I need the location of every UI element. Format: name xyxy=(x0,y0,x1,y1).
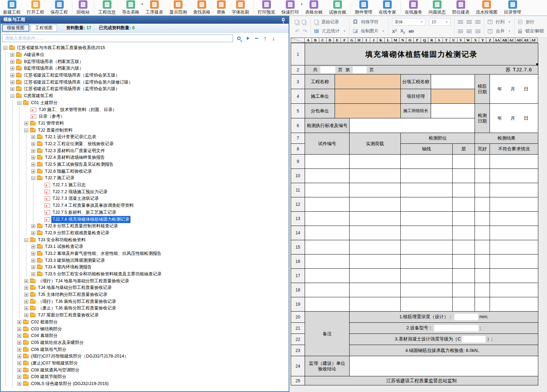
rebar-date-field[interactable]: 年 月 日 xyxy=(490,75,538,104)
intact-cell[interactable] xyxy=(475,169,490,183)
tree-item-label[interactable]: TJ3.1 试验检查记录 xyxy=(44,243,84,250)
intact-cell[interactable] xyxy=(475,183,490,197)
row-header[interactable]: 14 xyxy=(291,226,305,240)
tree-expander-icon[interactable] xyxy=(10,94,14,98)
tree-item[interactable]: TJ2.7.1 施工日志 xyxy=(1,182,289,189)
paste-icon[interactable] xyxy=(302,20,305,24)
tree-item-label[interactable]: TJ2.5 施工试验报告及见证检测报告 xyxy=(44,161,115,168)
row-header[interactable]: 6 xyxy=(291,118,305,133)
tree-item[interactable]: TJ3.5 分部工程安全和功能检验资料核查及主要功能抽查记录 xyxy=(1,271,289,278)
superscript-button[interactable]: X2 xyxy=(392,29,397,34)
column-header[interactable]: F xyxy=(341,38,348,43)
row-header[interactable]: 8 xyxy=(291,144,305,155)
tree-item-label[interactable]: TJ3.5 分部工程安全和功能检验资料核查及主要功能抽查记录 xyxy=(44,271,163,277)
column-header[interactable]: T xyxy=(443,38,450,43)
tree-item-label[interactable]: （现行）TJ6 装饰分部工程质量验收记录 xyxy=(37,298,117,305)
row-header[interactable]: 5 xyxy=(291,104,305,118)
align-center-icon[interactable] xyxy=(467,30,472,33)
tree-expander-icon[interactable] xyxy=(10,53,14,57)
tree-item[interactable]: 目录（参考） xyxy=(1,113,289,120)
toolbar-button[interactable]: 保存工程 xyxy=(47,0,71,16)
column-header[interactable]: X xyxy=(472,38,479,43)
tree-item[interactable]: TJ2.7 施工记录 xyxy=(1,175,289,182)
row-header[interactable]: 19 xyxy=(291,297,305,312)
tree-expander-icon[interactable] xyxy=(17,101,21,105)
nonconform-cell[interactable] xyxy=(490,226,538,240)
tree-item-label[interactable]: TJ3.2 幕墙及外窗气密性能、水密性能、抗风压性能检测报告 xyxy=(44,250,163,257)
axis-cell[interactable] xyxy=(401,183,453,197)
intact-cell[interactable] xyxy=(475,197,490,212)
column-header[interactable]: I xyxy=(363,38,370,43)
row-header[interactable]: 2 xyxy=(291,65,305,75)
depth-field[interactable] xyxy=(454,314,478,320)
toolbar-button[interactable]: 目录管理 xyxy=(501,0,524,16)
toolbar-button[interactable]: 显示范例 xyxy=(166,0,190,16)
prev-result-icon[interactable]: ↑ xyxy=(264,35,267,41)
specimen-cell[interactable] xyxy=(305,269,350,283)
column-header[interactable]: C xyxy=(319,38,327,43)
intact-cell[interactable] xyxy=(475,283,490,297)
tree-item[interactable]: TJ7 屋面分部工程质量验收记录 xyxy=(1,312,289,319)
floor-cell[interactable] xyxy=(453,212,475,226)
tree-item-label[interactable]: C01 土建部分 xyxy=(30,100,58,106)
tree-expander-icon[interactable] xyxy=(38,204,42,207)
tree-item[interactable]: TJ2 质量控制资料 xyxy=(1,127,289,134)
column-header[interactable]: AA xyxy=(494,38,501,43)
row-header[interactable]: 10 xyxy=(291,169,305,183)
toolbar-button[interactable]: 查找表格 xyxy=(190,0,214,16)
summary-stats-button[interactable]: 汇总统计▼ xyxy=(314,27,346,36)
nonconform-cell[interactable] xyxy=(490,269,538,283)
font-name-select[interactable]: 宋体▼ xyxy=(392,18,425,26)
tree-item[interactable]: C09LS 绿色建筑部分 (DGJ32/J19-2015) xyxy=(1,381,289,387)
toolbar-button[interactable]: 字体批刷 xyxy=(229,0,252,16)
tree-item[interactable]: TJ2.1 设计变更记录汇总表 xyxy=(1,134,289,141)
tree-item-label[interactable]: TJ1 管理资料 xyxy=(37,120,65,127)
tree-item-label[interactable]: TJ2.7.6 填充墙砌体植筋锚固力检测记录 xyxy=(52,216,130,223)
column-header[interactable]: J xyxy=(370,38,377,43)
floor-cell[interactable] xyxy=(453,169,475,183)
floor-cell[interactable] xyxy=(453,269,475,283)
row-header[interactable]: 7 xyxy=(291,133,305,144)
tree-item-label[interactable]: C09LS 绿色建筑部分 (DGJ32/J19-2015) xyxy=(30,381,110,387)
nonconform-cell[interactable] xyxy=(490,155,538,169)
subcontractor-field[interactable] xyxy=(335,104,401,118)
tree-item-label[interactable]: B监理现场用表（档案第五版） xyxy=(23,58,85,65)
strikethrough-button[interactable]: ab xyxy=(408,29,414,34)
axis-cell[interactable] xyxy=(401,283,453,297)
floor-cell[interactable] xyxy=(453,197,475,212)
row-col-button[interactable]: 行列▼ xyxy=(488,18,511,26)
tree-item[interactable]: TJ0 施工、技术管理资料（封面、目录） xyxy=(1,106,289,113)
column-header[interactable]: AF xyxy=(530,38,538,43)
tree-item-label[interactable]: C06 建筑电气部分 xyxy=(30,346,67,353)
column-header[interactable]: W xyxy=(465,38,472,43)
tree-expander-icon[interactable] xyxy=(31,272,35,276)
device-model-field[interactable] xyxy=(434,325,478,331)
row-header[interactable]: 20 xyxy=(291,312,305,323)
row-header[interactable]: 25 xyxy=(291,376,305,385)
toolbar-button[interactable]: 打开工程 xyxy=(24,0,47,16)
align-right-icon[interactable] xyxy=(475,30,480,33)
tree-item-label[interactable]: TJ2.7.5 新材料、新工艺施工记录 xyxy=(52,209,117,216)
tree-item[interactable]: 江苏省建设工程监理现场用表（监理协会第六版修订版） xyxy=(1,79,289,86)
tree-item-label[interactable]: C02 桩基部分 xyxy=(30,319,58,326)
tree-expander-icon[interactable] xyxy=(24,121,28,125)
concrete-grade-field[interactable] xyxy=(462,336,485,343)
row-header[interactable]: 16 xyxy=(291,254,305,269)
tree-item[interactable]: TJ3.3 建筑物沉降观测测量记录 xyxy=(1,257,289,264)
tree-expander-icon[interactable] xyxy=(31,259,35,262)
tree-item[interactable]: C06 建筑电气部分 xyxy=(1,346,289,353)
tree-expander-icon[interactable] xyxy=(31,245,35,249)
tree-expander-icon[interactable] xyxy=(31,265,35,269)
floor-cell[interactable] xyxy=(453,297,475,312)
copy-icon[interactable] xyxy=(295,20,298,24)
column-header[interactable]: L xyxy=(385,38,392,43)
tree-item[interactable]: TJ2.3 原材料出厂质量证明文件 xyxy=(1,147,289,154)
specimen-cell[interactable] xyxy=(305,283,350,297)
align-left-icon[interactable] xyxy=(458,30,463,33)
tree-item-label[interactable]: TJ2.6 隐蔽工程验收记录 xyxy=(44,168,93,175)
pm-field[interactable] xyxy=(431,89,475,104)
load-cell[interactable] xyxy=(350,169,401,183)
tree-expander-icon[interactable] xyxy=(3,46,7,50)
floor-cell[interactable] xyxy=(453,183,475,197)
sub-project-field[interactable] xyxy=(431,75,475,89)
